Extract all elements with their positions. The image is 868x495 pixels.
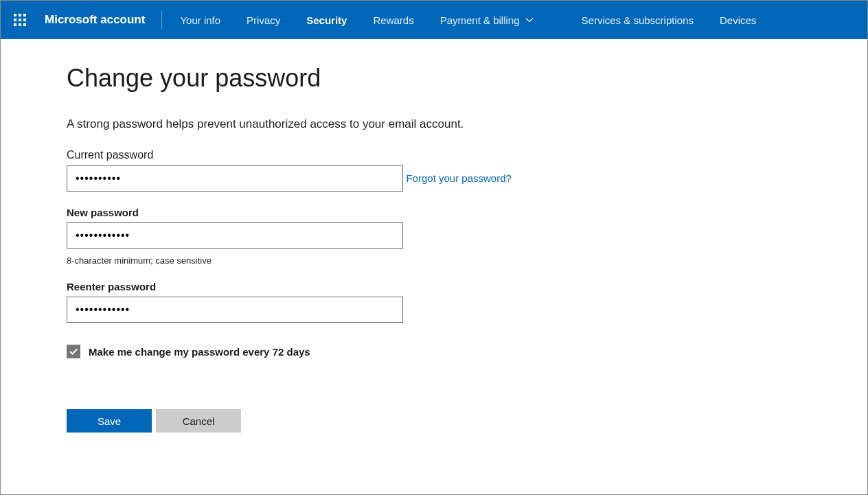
current-password-group: Current password Forgot your password? (67, 149, 867, 192)
brand-link[interactable]: Microsoft account (45, 13, 161, 27)
nav-devices[interactable]: Devices (707, 9, 768, 32)
nav-services-subscriptions[interactable]: Services & subscriptions (569, 9, 706, 32)
primary-nav: Your info Privacy Security Rewards Payme… (168, 9, 768, 32)
password-expiry-row: Make me change my password every 72 days (67, 345, 867, 358)
current-password-label: Current password (67, 149, 867, 161)
nav-privacy[interactable]: Privacy (234, 9, 293, 32)
page-title: Change your password (67, 64, 867, 93)
cancel-button[interactable]: Cancel (156, 409, 241, 433)
new-password-group: New password 8-character minimum; case s… (67, 207, 867, 266)
current-password-input[interactable] (67, 165, 403, 192)
reenter-password-input[interactable] (67, 297, 403, 323)
nav-divider (161, 11, 162, 29)
nav-rewards[interactable]: Rewards (361, 9, 426, 32)
app-launcher-button[interactable] (6, 6, 34, 34)
new-password-label: New password (67, 207, 867, 218)
reenter-password-group: Reenter password (67, 281, 867, 323)
password-expiry-checkbox[interactable] (67, 345, 80, 358)
nav-your-info[interactable]: Your info (168, 9, 233, 32)
nav-payment-billing[interactable]: Payment & billing (428, 9, 546, 32)
nav-payment-billing-label: Payment & billing (440, 14, 520, 26)
forgot-password-link[interactable]: Forgot your password? (406, 172, 511, 184)
waffle-icon (14, 14, 26, 26)
reenter-password-label: Reenter password (67, 281, 867, 292)
password-expiry-label: Make me change my password every 72 days (89, 346, 310, 358)
chevron-down-icon (525, 16, 534, 24)
main-content: Change your password A strong password h… (1, 39, 867, 433)
top-navigation-bar: Microsoft account Your info Privacy Secu… (1, 1, 867, 39)
new-password-input[interactable] (67, 222, 403, 249)
new-password-hint: 8-character minimum; case sensitive (67, 255, 867, 266)
checkmark-icon (69, 347, 78, 356)
form-actions: Save Cancel (67, 409, 867, 433)
save-button[interactable]: Save (67, 409, 152, 433)
page-description: A strong password helps prevent unauthor… (67, 117, 867, 131)
nav-security[interactable]: Security (294, 9, 359, 32)
